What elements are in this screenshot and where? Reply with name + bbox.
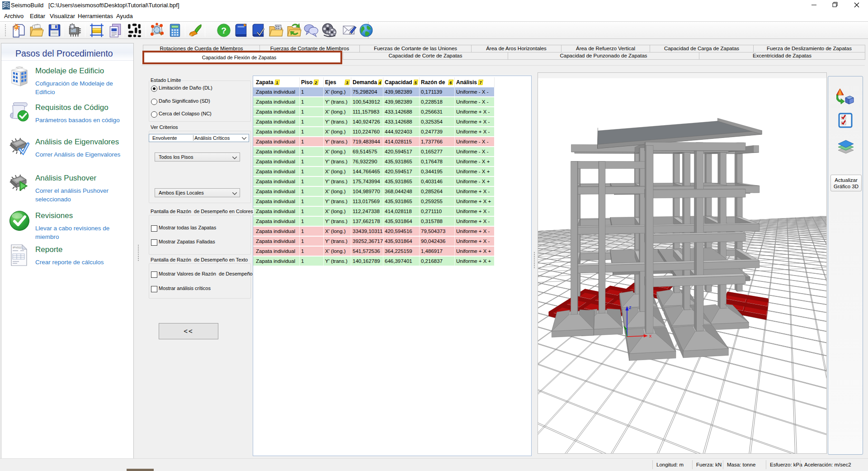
svg-text:z: z <box>629 304 632 310</box>
svg-text:?: ? <box>221 26 226 35</box>
svg-text:IPV012: IPV012 <box>13 246 22 249</box>
svg-text:x: x <box>649 333 652 338</box>
